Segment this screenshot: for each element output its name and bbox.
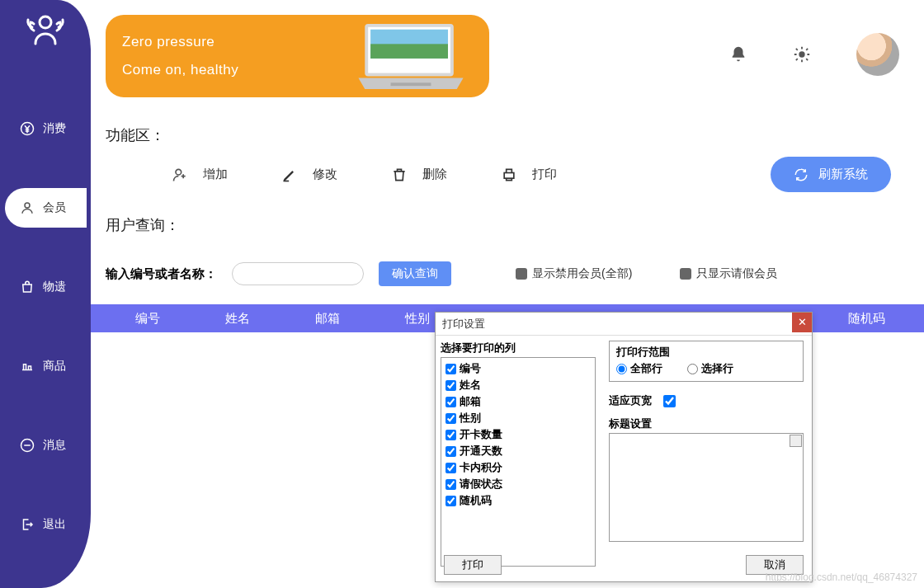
dialog-close-button[interactable]: ✕	[792, 313, 812, 332]
trash-icon	[391, 167, 408, 183]
refresh-button[interactable]: 刷新系统	[771, 157, 891, 192]
svg-point-2	[25, 203, 30, 208]
print-icon	[501, 167, 517, 183]
tool-add[interactable]: 增加	[172, 167, 228, 183]
refresh-icon	[794, 167, 808, 182]
function-area-label: 功能区：	[106, 125, 924, 145]
sidebar-item-label: 消息	[43, 438, 66, 453]
bag-icon	[20, 280, 35, 294]
query-title: 用户查询：	[106, 215, 924, 235]
col-item[interactable]: 卡内积分	[446, 459, 591, 476]
sidebar-item-label: 商品	[43, 359, 66, 374]
svg-rect-8	[370, 44, 448, 59]
sidebar-item-label: 物遗	[43, 280, 66, 294]
th-name: 姓名	[193, 311, 283, 327]
columns-listbox[interactable]: 编号 姓名 邮箱 性别 开卡数量 开通天数 卡内积分 请假状态 随机码	[441, 357, 596, 567]
svg-point-10	[176, 169, 182, 175]
tool-edit[interactable]: 修改	[281, 167, 337, 183]
col-item[interactable]: 姓名	[446, 377, 591, 393]
query-row: 输入编号或者名称： 确认查询 显示禁用会员(全部) 只显示请假会员	[106, 261, 924, 286]
sidebar-item-lost[interactable]: 物遗	[5, 267, 87, 307]
sidebar-item-label: 退出	[43, 517, 66, 532]
sidebar: 消费 会员 物遗 商品 消息 退出	[0, 0, 91, 588]
gear-icon[interactable]	[793, 45, 811, 64]
only-leave-checkbox[interactable]: 只显示请假会员	[680, 266, 777, 281]
th-email: 邮箱	[283, 311, 373, 327]
avatar[interactable]	[856, 33, 899, 76]
title-textarea[interactable]	[609, 433, 804, 542]
checkbox-icon	[680, 268, 691, 280]
tool-delete[interactable]: 删除	[391, 167, 447, 183]
th-random: 随机码	[822, 311, 912, 327]
sidebar-item-exit[interactable]: 退出	[5, 505, 87, 544]
query-input-label: 输入编号或者名称：	[106, 266, 217, 282]
sidebar-item-label: 会员	[43, 200, 66, 215]
fit-width-checkbox[interactable]	[663, 395, 676, 407]
range-sel-radio[interactable]: 选择行	[687, 361, 733, 376]
main-area: Zero pressure Come on, healthy 功能区： 增加 修…	[91, 0, 924, 588]
col-item[interactable]: 编号	[446, 360, 591, 377]
sidebar-item-message[interactable]: 消息	[5, 426, 87, 465]
col-item[interactable]: 请假状态	[446, 476, 591, 492]
col-item[interactable]: 开通天数	[446, 443, 591, 459]
range-group: 打印行范围 全部行 选择行	[609, 341, 804, 382]
svg-point-0	[40, 16, 51, 28]
banner-line2: Come on, healthy	[122, 56, 349, 84]
dialog-print-button[interactable]: 打印	[444, 555, 502, 575]
watermark: https://blog.csdn.net/qq_46874327	[766, 572, 917, 583]
sidebar-item-member[interactable]: 会员	[5, 188, 87, 228]
bell-icon[interactable]	[729, 45, 747, 64]
add-user-icon	[172, 167, 188, 183]
svg-rect-11	[504, 172, 514, 178]
topbar	[729, 33, 899, 76]
toolbar: 增加 修改 删除 打印 刷新系统	[106, 157, 924, 192]
goods-icon	[20, 359, 35, 374]
tool-print[interactable]: 打印	[501, 167, 557, 183]
dialog-title-bar[interactable]: 打印设置 ✕	[436, 313, 812, 336]
th-id: 编号	[103, 311, 193, 327]
query-input[interactable]	[232, 262, 364, 285]
col-item[interactable]: 性别	[446, 410, 591, 426]
pencil-icon	[281, 167, 298, 183]
print-dialog: 打印设置 ✕ 选择要打印的列 编号 姓名 邮箱 性别 开卡数量 开通天数 卡内积…	[435, 312, 813, 582]
sidebar-item-goods[interactable]: 商品	[5, 346, 87, 386]
columns-label: 选择要打印的列	[441, 341, 596, 355]
col-item[interactable]: 邮箱	[446, 393, 591, 410]
range-all-radio[interactable]: 全部行	[616, 361, 662, 376]
banner: Zero pressure Come on, healthy	[106, 15, 489, 97]
app-logo	[16, 10, 74, 51]
checkbox-icon	[516, 268, 527, 280]
sidebar-item-label: 消费	[43, 121, 66, 136]
col-item[interactable]: 随机码	[446, 492, 591, 509]
svg-point-4	[799, 52, 804, 57]
user-icon	[20, 200, 35, 215]
title-setting-label: 标题设置	[609, 416, 804, 431]
message-icon	[20, 438, 35, 453]
svg-rect-9	[391, 82, 431, 86]
exit-icon	[20, 517, 35, 532]
laptop-image	[349, 20, 473, 92]
confirm-query-button[interactable]: 确认查询	[379, 261, 451, 286]
yen-icon	[20, 121, 35, 136]
fit-width-label: 适应页宽	[609, 393, 652, 408]
sidebar-item-consume[interactable]: 消费	[5, 109, 87, 148]
col-item[interactable]: 开卡数量	[446, 426, 591, 443]
banner-line1: Zero pressure	[122, 28, 349, 56]
show-disabled-checkbox[interactable]: 显示禁用会员(全部)	[516, 266, 632, 281]
